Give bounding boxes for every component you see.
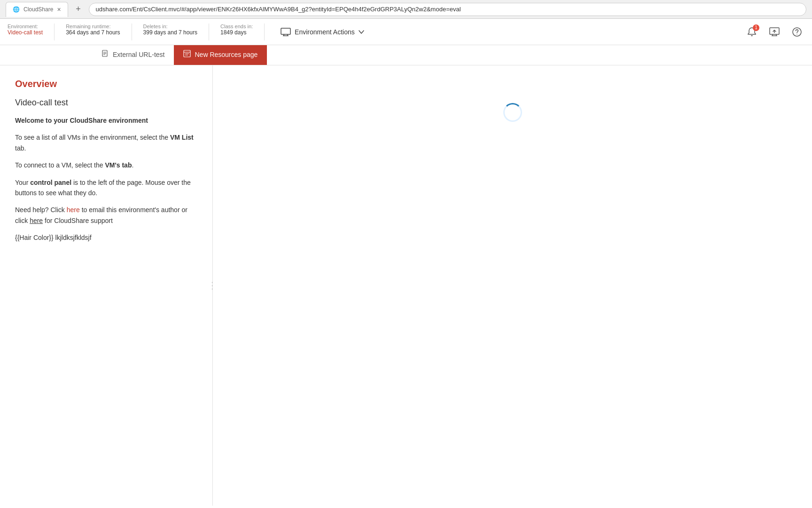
svg-rect-0 <box>281 28 290 34</box>
header-actions: 1 <box>744 24 804 40</box>
browser-chrome: 🌐 CloudShare × + udshare.com/Ent/CsClien… <box>0 0 812 19</box>
deletes-value: 399 days and 7 hours <box>143 29 197 36</box>
new-tab-btn[interactable]: + <box>72 3 85 16</box>
overview-panel: Overview Video-call test Welcome to your… <box>0 65 213 506</box>
help-btn[interactable] <box>789 24 804 40</box>
env-info: Environment: Video-call test Remaining r… <box>8 20 253 44</box>
document-icon <box>102 50 109 57</box>
overview-template-text: {{Hair Color}} lkjldksjfkldsjf <box>15 232 197 243</box>
vm-list-bold: VM List <box>170 134 194 141</box>
para2-text-start: To connect to a VM, select the <box>15 161 105 169</box>
class-ends-value: 1849 days <box>220 29 253 36</box>
address-bar[interactable]: udshare.com/Ent/CsClient.mvc/#/app/viewe… <box>89 3 806 16</box>
class-ends-label: Class ends in: <box>220 24 253 29</box>
para4-text-end: for CloudShare support <box>43 217 113 224</box>
env-separator-2 <box>132 24 132 40</box>
env-separator-1 <box>54 24 55 40</box>
environment-actions-btn[interactable]: Environment Actions <box>276 25 369 39</box>
control-panel-bold: control panel <box>30 179 71 186</box>
para2-text-end: . <box>132 161 133 169</box>
resources-icon <box>183 50 191 57</box>
external-url-tab-icon <box>102 50 109 59</box>
address-text: udshare.com/Ent/CsClient.mvc/#/app/viewe… <box>96 6 461 13</box>
notification-badge: 1 <box>753 24 759 31</box>
tab-new-resources-label: New Resources page <box>195 51 258 58</box>
overview-paragraph-4: Need help? Click here to email this envi… <box>15 205 197 226</box>
welcome-heading-bold: Welcome to your CloudShare environment <box>15 117 148 124</box>
tab-title: CloudShare <box>23 6 53 13</box>
deletes-in-item: Deletes in: 399 days and 7 hours <box>143 24 197 36</box>
tab-new-resources[interactable]: New Resources page <box>174 45 267 65</box>
environment-label: Environment: <box>8 24 43 29</box>
notifications-btn[interactable]: 1 <box>744 24 759 40</box>
app-header: Environment: Video-call test Remaining r… <box>0 19 812 45</box>
remaining-value: 364 days and 7 hours <box>66 29 120 36</box>
loading-spinner <box>503 103 522 122</box>
class-ends-item: Class ends in: 1849 days <box>220 24 253 36</box>
browser-tab[interactable]: 🌐 CloudShare × <box>6 2 68 17</box>
para1-text-start: To see a list of all VMs in the environm… <box>15 134 170 141</box>
para4-text-start: Need help? Click <box>15 206 67 214</box>
env-separator-4 <box>264 24 265 40</box>
para3-text-start: Your <box>15 179 30 186</box>
main-layout: Overview Video-call test Welcome to your… <box>0 65 812 506</box>
help-icon <box>792 27 802 37</box>
here2-link[interactable]: here <box>30 217 43 224</box>
here1-link[interactable]: here <box>67 206 80 214</box>
screen-share-btn[interactable] <box>767 24 782 40</box>
overview-paragraph-3: Your control panel is to the left of the… <box>15 177 197 198</box>
overview-paragraph-1: To see a list of all VMs in the environm… <box>15 132 197 153</box>
new-resources-tab-icon <box>183 50 191 59</box>
deletes-label: Deletes in: <box>143 24 197 29</box>
content-panel <box>213 65 812 506</box>
para1-text-end: tab. <box>15 144 26 152</box>
tab-bar: External URL-test New Resources page <box>0 45 812 65</box>
screen-share-icon <box>769 27 780 37</box>
environment-value-link[interactable]: Video-call test <box>8 29 43 36</box>
overview-paragraph-2: To connect to a VM, select the VM's tab. <box>15 160 197 170</box>
tab-close-btn[interactable]: × <box>57 6 61 13</box>
tab-external-url[interactable]: External URL-test <box>92 45 174 65</box>
env-separator-3 <box>209 24 209 40</box>
tab-external-url-label: External URL-test <box>113 51 164 58</box>
env-actions-label: Environment Actions <box>295 28 355 36</box>
monitor-icon <box>281 28 291 36</box>
remaining-label: Remaining runtime: <box>66 24 120 29</box>
chevron-down-icon <box>359 30 364 34</box>
environment-item: Environment: Video-call test <box>8 24 43 36</box>
overview-welcome-heading: Welcome to your CloudShare environment <box>15 115 197 126</box>
overview-title: Overview <box>15 79 197 89</box>
remaining-runtime-item: Remaining runtime: 364 days and 7 hours <box>66 24 120 36</box>
tab-favicon: 🌐 <box>13 6 20 13</box>
svg-point-10 <box>796 33 797 34</box>
vms-tab-bold: VM's tab <box>105 161 132 169</box>
overview-env-name: Video-call test <box>15 98 197 108</box>
